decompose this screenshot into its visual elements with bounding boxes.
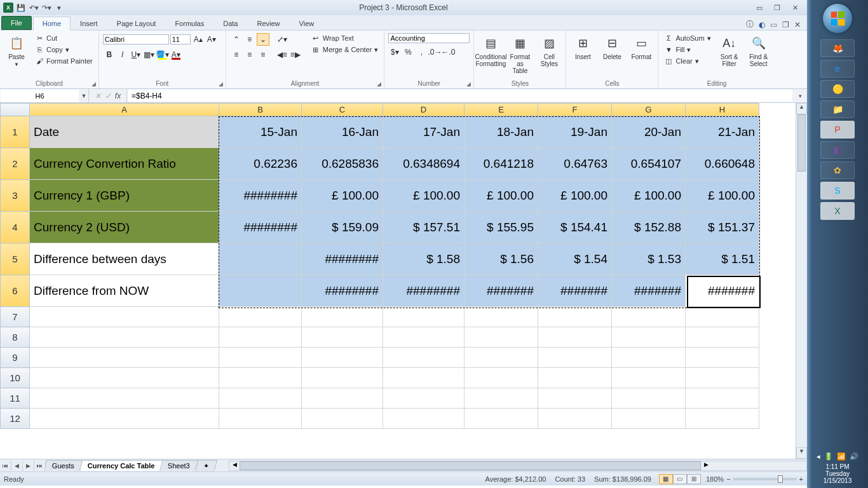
- cell-F6[interactable]: #######: [538, 275, 612, 307]
- cell-H4[interactable]: $ 151.37: [686, 212, 759, 243]
- name-box[interactable]: [1, 90, 79, 102]
- cell-C6[interactable]: ########: [302, 275, 383, 307]
- row-header-2[interactable]: 2: [1, 148, 30, 180]
- expand-formula-bar[interactable]: ▾: [793, 89, 807, 102]
- cut-button[interactable]: ✂Cut: [33, 33, 95, 43]
- find-select-button[interactable]: 🔍Find & Select: [746, 33, 771, 69]
- sheet-tab-sheet3[interactable]: Sheet3: [159, 460, 198, 471]
- doc-close-button[interactable]: ✕: [794, 20, 801, 29]
- sheet-tab-currency-calc-table[interactable]: Currency Calc Table: [79, 460, 163, 471]
- row-header-1[interactable]: 1: [1, 116, 30, 148]
- cell-C2[interactable]: 0.6285836: [302, 148, 383, 180]
- tab-view[interactable]: View: [290, 17, 324, 30]
- tray-chevron-icon[interactable]: ◂: [817, 452, 820, 461]
- taskbar-excel[interactable]: X: [820, 202, 855, 220]
- cell-G2[interactable]: 0.654107: [612, 148, 686, 180]
- fx-icon[interactable]: fx: [115, 92, 121, 100]
- tab-file[interactable]: File: [1, 16, 32, 30]
- scroll-down-icon[interactable]: ▼: [796, 447, 807, 459]
- cell-G1[interactable]: 20-Jan: [612, 116, 686, 148]
- cell-D5[interactable]: $ 1.58: [383, 243, 465, 275]
- zoom-out-button[interactable]: −: [726, 475, 730, 483]
- number-dialog-icon[interactable]: ◢: [466, 81, 471, 87]
- cell-D7[interactable]: [383, 307, 465, 327]
- taskbar-explorer[interactable]: 📁: [820, 100, 855, 118]
- cell-H8[interactable]: [686, 327, 759, 348]
- row-header-11[interactable]: 11: [1, 388, 30, 409]
- qat-customize[interactable]: ▾: [53, 2, 65, 13]
- cell-F1[interactable]: 19-Jan: [538, 116, 612, 148]
- cell-D8[interactable]: [383, 327, 465, 348]
- cell-styles-button[interactable]: ▨Cell Styles: [536, 33, 562, 69]
- cell-D4[interactable]: $ 157.51: [383, 212, 465, 243]
- merge-center-button[interactable]: ⊞Merge & Center ▾: [309, 44, 381, 55]
- cell-B2[interactable]: 0.62236: [219, 148, 302, 180]
- cell-E6[interactable]: #######: [465, 275, 538, 307]
- percent-button[interactable]: %: [402, 46, 414, 58]
- normal-view-button[interactable]: ▦: [659, 474, 673, 484]
- cell-B1[interactable]: 15-Jan: [219, 116, 302, 148]
- sheet-tab-guests[interactable]: Guests: [44, 460, 83, 471]
- cell-G10[interactable]: [612, 368, 686, 388]
- cell-H1[interactable]: 21-Jan: [686, 116, 759, 148]
- copy-button[interactable]: ⎘Copy ▾: [33, 44, 95, 55]
- horizontal-scrollbar[interactable]: ◀ ▶: [229, 461, 807, 471]
- cell-F3[interactable]: £ 100.00: [538, 180, 612, 212]
- col-header-D[interactable]: D: [383, 104, 465, 116]
- accounting-button[interactable]: $▾: [388, 46, 401, 58]
- row-header-10[interactable]: 10: [1, 368, 30, 388]
- cell-A9[interactable]: [30, 348, 219, 368]
- font-size-combo[interactable]: [170, 34, 191, 44]
- cell-B12[interactable]: [219, 409, 302, 429]
- align-center-button[interactable]: ≡: [243, 48, 256, 61]
- cell-H9[interactable]: [686, 348, 759, 368]
- cell-G6[interactable]: #######: [612, 275, 686, 307]
- cell-A2[interactable]: Currency Convertion Ratio: [30, 148, 219, 180]
- taskbar-firefox[interactable]: 🦊: [820, 39, 855, 57]
- row-header-9[interactable]: 9: [1, 348, 30, 368]
- row-header-6[interactable]: 6: [1, 275, 30, 307]
- cell-F10[interactable]: [538, 368, 612, 388]
- worksheet-grid[interactable]: ABCDEFGH1Date15-Jan16-Jan17-Jan18-Jan19-…: [0, 103, 807, 459]
- cell-A7[interactable]: [30, 307, 219, 327]
- doc-restore-button[interactable]: ❐: [782, 20, 789, 29]
- paste-button[interactable]: 📋 Paste ▼: [4, 33, 29, 69]
- start-button[interactable]: [823, 4, 852, 33]
- cancel-formula-icon[interactable]: ✕: [95, 92, 101, 100]
- cell-F2[interactable]: 0.64763: [538, 148, 612, 180]
- tab-insert[interactable]: Insert: [71, 17, 107, 30]
- cell-F8[interactable]: [538, 327, 612, 348]
- cell-A5[interactable]: Difference between days: [30, 243, 219, 275]
- format-cells-button[interactable]: ▭Format: [628, 33, 654, 62]
- col-header-G[interactable]: G: [612, 104, 686, 116]
- align-right-button[interactable]: ≡: [257, 48, 269, 61]
- doc-minimize-button[interactable]: ▭: [770, 20, 777, 29]
- cell-C10[interactable]: [302, 368, 383, 388]
- close-button[interactable]: ✕: [788, 3, 802, 13]
- system-tray[interactable]: ◂ 🔋 📶 🔊 1:11 PM Tuesday 1/15/2013: [814, 449, 861, 488]
- cell-G7[interactable]: [612, 307, 686, 327]
- tray-battery-icon[interactable]: 🔋: [824, 452, 833, 461]
- taskbar-chrome[interactable]: 🟡: [820, 80, 855, 98]
- cell-B7[interactable]: [219, 307, 302, 327]
- cell-H6[interactable]: #######: [686, 275, 759, 307]
- col-header-A[interactable]: A: [30, 104, 219, 116]
- cell-E1[interactable]: 18-Jan: [465, 116, 538, 148]
- font-name-combo[interactable]: [103, 34, 169, 44]
- conditional-formatting-button[interactable]: ▤Conditional Formatting: [478, 33, 503, 69]
- col-header-C[interactable]: C: [302, 104, 383, 116]
- undo-button[interactable]: ↶▾: [28, 2, 39, 13]
- number-format-combo[interactable]: [388, 33, 470, 43]
- cell-F12[interactable]: [538, 409, 612, 429]
- cell-H11[interactable]: [686, 388, 759, 409]
- scroll-thumb[interactable]: [797, 114, 806, 172]
- bold-button[interactable]: B: [103, 48, 116, 61]
- cell-F11[interactable]: [538, 388, 612, 409]
- cell-D10[interactable]: [383, 368, 465, 388]
- page-break-view-button[interactable]: ⊞: [687, 474, 701, 484]
- format-painter-button[interactable]: 🖌Format Painter: [33, 56, 95, 66]
- cell-G3[interactable]: £ 100.00: [612, 180, 686, 212]
- fill-button[interactable]: ▼Fill ▾: [662, 44, 712, 55]
- cell-E10[interactable]: [465, 368, 538, 388]
- new-sheet-button[interactable]: ✦: [195, 460, 218, 471]
